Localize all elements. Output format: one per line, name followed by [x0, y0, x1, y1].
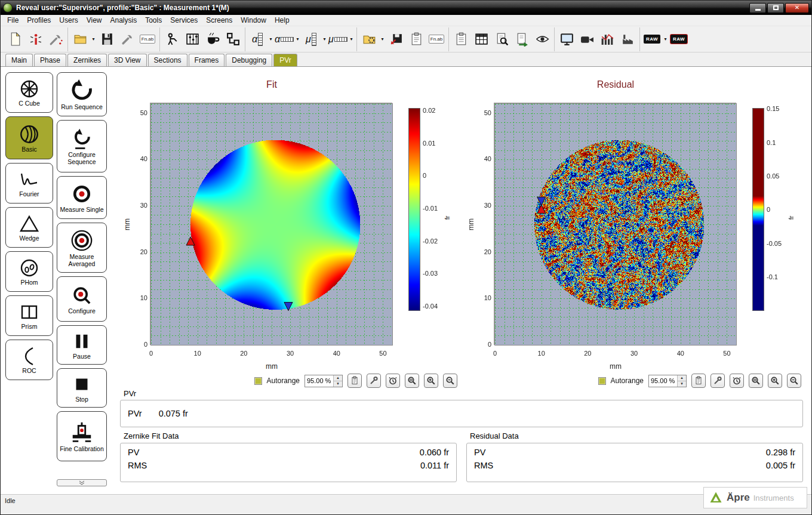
- sidebar-item-measure-averaged[interactable]: Measure Averaged: [57, 223, 107, 273]
- autoscale-button[interactable]: [730, 374, 744, 388]
- sidebar-item-basic[interactable]: Basic: [5, 116, 53, 159]
- zoom-in-button[interactable]: [424, 374, 438, 388]
- close-button[interactable]: ✕: [785, 3, 809, 13]
- residual-heatmap-canvas[interactable]: [495, 104, 736, 345]
- sidebar-item-fine-calibration[interactable]: Fine Calibration: [57, 411, 107, 461]
- zoom-in-button[interactable]: [768, 374, 782, 388]
- fit-heatmap-canvas[interactable]: [151, 104, 392, 345]
- sidebar-item-measure-single[interactable]: Measure Single: [57, 176, 107, 219]
- report-small-button[interactable]: [406, 29, 426, 50]
- plot-settings-button[interactable]: [710, 374, 725, 388]
- camera-button[interactable]: [577, 29, 597, 50]
- alpha-vertical-scale-button[interactable]: α: [247, 29, 267, 50]
- report-button[interactable]: [347, 374, 362, 388]
- measure-button[interactable]: [162, 29, 182, 50]
- zoom-window-button[interactable]: [405, 374, 419, 388]
- tab-main[interactable]: Main: [5, 54, 33, 66]
- sidebar-item-c-cube[interactable]: C Cube: [5, 72, 53, 113]
- inspect-document-button[interactable]: [491, 29, 512, 50]
- mu-horizontal-scale-button[interactable]: μ: [328, 29, 348, 50]
- menu-tools[interactable]: Tools: [141, 15, 166, 26]
- open-button[interactable]: [70, 29, 90, 50]
- menu-help[interactable]: Help: [270, 15, 294, 26]
- raw-button[interactable]: RAW: [669, 29, 689, 50]
- minimize-button[interactable]: [749, 3, 766, 13]
- spin-down-button[interactable]: ▼: [334, 381, 342, 387]
- menu-services[interactable]: Services: [166, 15, 202, 26]
- sequence-button[interactable]: [223, 29, 243, 50]
- zoom-out-button[interactable]: [443, 374, 457, 388]
- alignment-button[interactable]: [25, 29, 45, 50]
- menu-users[interactable]: Users: [55, 15, 82, 26]
- tab-sections[interactable]: Sections: [148, 54, 187, 66]
- sidebar-item-wedge[interactable]: Wedge: [5, 207, 53, 248]
- tab-frames[interactable]: Frames: [189, 54, 225, 66]
- data-table-button[interactable]: [471, 29, 491, 50]
- new-measurement-button[interactable]: [5, 29, 25, 50]
- new-document-icon: [8, 32, 23, 47]
- menu-file[interactable]: File: [3, 15, 23, 26]
- range-input[interactable]: [305, 375, 331, 387]
- autorange-checkbox[interactable]: [598, 377, 606, 385]
- tab-3d-view[interactable]: 3D View: [108, 54, 146, 66]
- spin-down-button[interactable]: ▼: [678, 381, 686, 387]
- save-data-button[interactable]: [386, 29, 406, 50]
- maximize-button[interactable]: [767, 3, 784, 13]
- menu-view[interactable]: View: [82, 15, 106, 26]
- mu-vertical-scale-button[interactable]: μ: [301, 29, 321, 50]
- settings-button[interactable]: [117, 29, 137, 50]
- tab-zernikes[interactable]: Zernikes: [67, 54, 107, 66]
- autorange-checkbox[interactable]: [254, 377, 262, 385]
- export-document-button[interactable]: [512, 29, 532, 50]
- sidebar-item-phom[interactable]: PHom: [5, 251, 53, 292]
- residual-heatmap[interactable]: [494, 103, 737, 346]
- zoom-window-button[interactable]: [749, 374, 763, 388]
- clipboard-report-button[interactable]: [451, 29, 471, 50]
- menu-window[interactable]: Window: [236, 15, 270, 26]
- menu-profiles[interactable]: Profiles: [23, 15, 55, 26]
- tab-pvr[interactable]: PVr: [273, 54, 297, 66]
- view-button[interactable]: [532, 29, 552, 50]
- sidebar-item-configure-sequence[interactable]: Configure Sequence: [57, 120, 107, 172]
- factory-button[interactable]: [617, 29, 638, 50]
- spin-up-button[interactable]: ▲: [678, 375, 686, 381]
- process-settings-button[interactable]: [359, 29, 379, 50]
- tab-phase[interactable]: Phase: [34, 54, 66, 66]
- save-button[interactable]: [97, 29, 117, 50]
- analysis-chart-button[interactable]: [597, 29, 617, 50]
- report-button[interactable]: [691, 374, 706, 388]
- hold-button[interactable]: [202, 29, 223, 50]
- mu-vertical-dropdown[interactable]: ▾: [321, 29, 328, 50]
- function-apply-button[interactable]: Fn.ab: [426, 29, 447, 50]
- sidebar-item-fourier[interactable]: Fourier: [5, 163, 53, 203]
- autoscale-button[interactable]: [386, 374, 400, 388]
- raw-dropdown-button[interactable]: RAW: [642, 29, 662, 50]
- sidebar-item-pause[interactable]: Pause: [57, 325, 107, 365]
- sidebar-item-roc[interactable]: ROC: [5, 340, 53, 380]
- calculate-button[interactable]: [182, 29, 202, 50]
- monitor-button[interactable]: [556, 29, 577, 50]
- alpha-horizontal-scale-button[interactable]: α: [274, 29, 294, 50]
- instrument-setup-button[interactable]: [45, 29, 66, 50]
- raw-dropdown[interactable]: ▾: [662, 29, 669, 50]
- range-input[interactable]: [649, 375, 675, 387]
- open-dropdown[interactable]: ▾: [90, 29, 97, 50]
- tab-debugging[interactable]: Debugging: [226, 54, 272, 66]
- function-editor-button[interactable]: Fn.ab: [137, 29, 158, 50]
- sidebar-collapse-button[interactable]: [57, 479, 107, 486]
- plot-settings-button[interactable]: [367, 374, 381, 388]
- sidebar-item-run-sequence[interactable]: Run Sequence: [57, 72, 107, 116]
- zoom-out-button[interactable]: [787, 374, 801, 388]
- menu-analysis[interactable]: Analysis: [106, 15, 142, 26]
- sidebar-item-configure[interactable]: Configure: [57, 276, 107, 322]
- sidebar-item-stop[interactable]: Stop: [57, 368, 107, 408]
- menu-screens[interactable]: Screens: [202, 15, 236, 26]
- sidebar-item-prism[interactable]: Prism: [5, 295, 53, 336]
- alpha-vertical-dropdown[interactable]: ▾: [267, 29, 274, 50]
- spin-up-button[interactable]: ▲: [334, 375, 342, 381]
- mu-horizontal-dropdown[interactable]: ▾: [348, 29, 355, 50]
- fit-heatmap[interactable]: [150, 103, 393, 346]
- maximize-icon: [773, 5, 779, 10]
- alpha-horizontal-dropdown[interactable]: ▾: [294, 29, 301, 50]
- process-settings-dropdown[interactable]: ▾: [379, 29, 386, 50]
